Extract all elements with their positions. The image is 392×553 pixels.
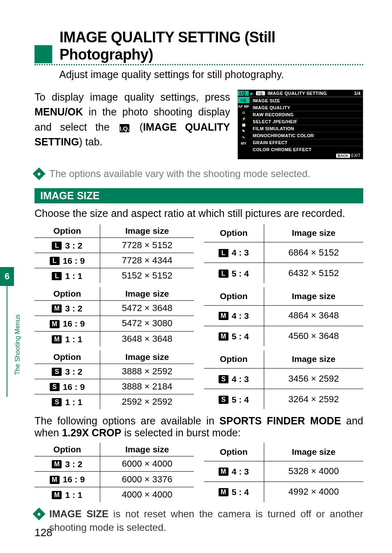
title-row: IMAGE QUALITY SETTING (Still Photography… <box>35 29 363 65</box>
section-description: Choose the size and aspect ratio at whic… <box>35 207 363 219</box>
side-tab: 6 The Shooting Menus <box>0 267 14 399</box>
table-row: L3 : 27728 × 5152 <box>35 237 194 253</box>
size-chip-icon: L <box>50 257 60 265</box>
size-table: OptionImage sizeM4 : 34864 × 3648M5 : 44… <box>204 287 363 346</box>
size-table-pair: OptionImage sizeM3 : 25472 × 3648M16 : 9… <box>35 287 363 346</box>
col-size: Image size <box>100 443 194 456</box>
intro-paragraph: To display image quality settings, press… <box>35 90 230 149</box>
chapter-number: 6 <box>0 267 14 286</box>
table-row: L5 : 46432 × 5152 <box>204 263 363 283</box>
size-table: OptionImage sizeM3 : 26000 × 4000M16 : 9… <box>35 443 194 502</box>
size-chip-icon: L <box>219 249 228 257</box>
size-chip-icon: S <box>52 368 62 376</box>
col-option: Option <box>35 443 100 456</box>
size-chip-icon: M <box>219 332 228 341</box>
table-row: S1 : 12592 × 2592 <box>35 394 194 410</box>
sports-mode-note: The following options are available in S… <box>35 415 363 439</box>
size-chip-icon: M <box>219 468 228 476</box>
size-chip-icon: M <box>219 488 228 496</box>
size-chip-icon: L <box>52 242 62 250</box>
note-2: IMAGE SIZE is not reset when the camera … <box>35 507 363 535</box>
size-table-pair: OptionImage sizeL3 : 27728 × 5152L16 : 9… <box>35 224 363 283</box>
table-row: S16 : 93888 × 2184 <box>35 379 194 394</box>
size-chip-icon: M <box>50 476 60 484</box>
side-line <box>7 286 7 397</box>
table-row: M4 : 34864 × 3648 <box>204 305 363 326</box>
table-row: M16 : 95472 × 3080 <box>35 316 194 331</box>
size-chip-icon: L <box>219 270 228 278</box>
col-size: Image size <box>264 224 363 242</box>
size-chip-icon: M <box>219 312 228 320</box>
table-row: S5 : 43264 × 2592 <box>204 389 363 410</box>
table-row: M3 : 25472 × 3648 <box>35 301 194 316</box>
table-row: L4 : 36864 × 5152 <box>204 242 363 263</box>
lcd-menu-list: IMAGE SIZE IMAGE QUALITY RAW RECORDING S… <box>249 97 363 153</box>
col-size: Image size <box>100 287 194 301</box>
camera-menu-screenshot: I.Q. ▶ I.Q. IMAGE QUALITY SETTING 1/4 I.… <box>238 90 363 159</box>
iq-chip-icon: I.Q. <box>120 124 129 132</box>
table-row: M1 : 13648 × 3648 <box>35 331 194 346</box>
table-row: S3 : 23888 × 2592 <box>35 364 194 379</box>
col-option: Option <box>35 224 100 238</box>
page-title: IMAGE QUALITY SETTING (Still Photography… <box>60 29 363 63</box>
table-row: L16 : 97728 × 4344 <box>35 253 194 268</box>
table-row: M1 : 14000 × 4000 <box>35 487 194 502</box>
size-chip-icon: M <box>52 335 62 343</box>
col-size: Image size <box>100 350 194 364</box>
size-table-pair: OptionImage sizeM3 : 26000 × 4000M16 : 9… <box>35 443 363 502</box>
chapter-label: The Shooting Menus <box>14 314 21 376</box>
size-table: OptionImage sizeS3 : 23888 × 2592S16 : 9… <box>35 350 194 410</box>
size-chip-icon: S <box>219 375 228 383</box>
size-chip-icon: M <box>52 460 62 468</box>
title-bullet <box>35 45 52 63</box>
section-heading: IMAGE SIZE <box>35 188 363 203</box>
col-size: Image size <box>264 350 363 369</box>
table-row: S4 : 33456 × 2592 <box>204 369 363 389</box>
lcd-sidebar: I.Q. AF MF ◘ ⚡ ▦ ✎ ∿ MY <box>238 97 249 153</box>
size-table-pair: OptionImage sizeS3 : 23888 × 2592S16 : 9… <box>35 350 363 410</box>
col-option: Option <box>204 224 264 242</box>
size-chip-icon: L <box>52 272 62 280</box>
size-chip-icon: S <box>52 398 62 406</box>
size-chip-icon: S <box>50 383 60 391</box>
col-option: Option <box>204 287 264 305</box>
size-chip-icon: M <box>52 304 62 313</box>
col-size: Image size <box>264 443 363 461</box>
size-table: OptionImage sizeL4 : 36864 × 5152L5 : 46… <box>204 224 363 283</box>
col-option: Option <box>35 350 100 364</box>
col-option: Option <box>204 350 264 369</box>
size-table: OptionImage sizeM4 : 35328 × 4000M5 : 44… <box>204 443 363 502</box>
table-row: M3 : 26000 × 4000 <box>35 456 194 472</box>
table-row: M16 : 96000 × 3376 <box>35 472 194 487</box>
size-table: OptionImage sizeS4 : 33456 × 2592S5 : 43… <box>204 350 363 410</box>
size-chip-icon: M <box>52 491 62 499</box>
size-chip-icon: S <box>219 396 228 404</box>
page-subtitle: Adjust image quality settings for still … <box>59 69 363 81</box>
size-chip-icon: M <box>50 320 60 328</box>
table-row: M5 : 44992 × 4000 <box>204 482 363 502</box>
col-option: Option <box>204 443 264 461</box>
table-row: L1 : 15152 × 5152 <box>35 268 194 283</box>
col-size: Image size <box>100 224 194 238</box>
note-icon <box>32 167 45 180</box>
col-option: Option <box>35 287 100 301</box>
table-row: M5 : 44560 × 3648 <box>204 326 363 346</box>
page-number: 128 <box>35 526 52 539</box>
col-size: Image size <box>264 287 363 305</box>
note-icon <box>32 507 45 520</box>
size-table: OptionImage sizeL3 : 27728 × 5152L16 : 9… <box>35 224 194 283</box>
table-row: M4 : 35328 × 4000 <box>204 461 363 482</box>
size-table: OptionImage sizeM3 : 25472 × 3648M16 : 9… <box>35 287 194 346</box>
note-1: The options available vary with the shoo… <box>35 167 363 181</box>
